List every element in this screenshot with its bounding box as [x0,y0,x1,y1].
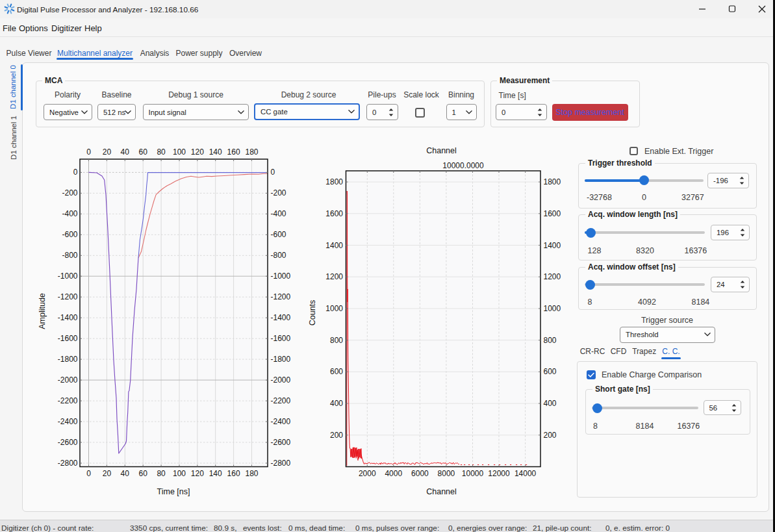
svg-text:180: 180 [245,147,258,157]
svg-text:80: 80 [157,469,166,478]
svg-text:800: 800 [544,336,557,345]
svg-text:200: 200 [544,431,557,440]
svg-text:-2200: -2200 [271,396,291,405]
svg-text:2000: 2000 [359,469,376,478]
svg-text:6000: 6000 [411,469,429,478]
svg-text:Channel: Channel [426,146,457,155]
svg-text:-2800: -2800 [271,459,291,468]
svg-text:-200: -200 [271,188,286,197]
svg-text:10000: 10000 [462,469,484,478]
svg-text:Counts: Counts [308,300,317,326]
svg-text:1000: 1000 [325,304,343,313]
svg-text:-2400: -2400 [58,417,78,426]
svg-text:-1200: -1200 [271,292,291,301]
svg-text:14000: 14000 [515,469,537,478]
svg-text:1800: 1800 [325,177,343,186]
svg-text:-400: -400 [62,209,77,218]
svg-text:-800: -800 [271,251,286,260]
svg-text:-600: -600 [271,230,286,239]
svg-text:-2400: -2400 [271,417,291,426]
svg-text:-2000: -2000 [271,375,291,385]
svg-text:60: 60 [139,147,148,157]
svg-text:800: 800 [330,336,343,345]
svg-text:120: 120 [191,147,204,157]
svg-text:8000: 8000 [438,469,455,478]
svg-text:0: 0 [73,168,78,177]
svg-text:-1200: -1200 [58,292,78,301]
svg-text:-1800: -1800 [58,355,78,364]
svg-text:4000: 4000 [385,469,402,478]
svg-text:0: 0 [86,147,91,157]
svg-text:Channel: Channel [426,487,457,496]
svg-text:-2600: -2600 [271,438,291,447]
svg-text:120: 120 [191,469,204,478]
svg-text:1000: 1000 [544,304,561,313]
svg-text:-1600: -1600 [58,334,78,343]
svg-text:-1800: -1800 [271,355,291,364]
svg-text:60: 60 [139,469,148,478]
svg-text:-1400: -1400 [58,313,78,322]
svg-text:600: 600 [544,367,557,376]
svg-text:-1400: -1400 [271,313,291,322]
svg-text:40: 40 [121,469,130,478]
svg-text:-800: -800 [62,251,77,260]
svg-text:160: 160 [227,469,240,478]
svg-text:10000.0000: 10000.0000 [442,161,484,170]
svg-text:0: 0 [271,168,275,177]
svg-text:100: 100 [173,469,186,478]
svg-text:40: 40 [121,147,130,157]
svg-text:20: 20 [103,147,112,157]
svg-text:1800: 1800 [544,177,561,186]
svg-text:-400: -400 [271,209,286,218]
svg-text:-2600: -2600 [58,438,78,447]
svg-text:-2800: -2800 [58,459,78,468]
svg-text:12000: 12000 [488,469,510,478]
svg-text:-600: -600 [62,230,77,239]
svg-text:-2200: -2200 [58,396,78,405]
svg-text:160: 160 [227,147,240,157]
svg-text:1200: 1200 [544,272,561,281]
svg-text:80: 80 [157,147,166,157]
svg-text:Time [ns]: Time [ns] [157,487,190,496]
svg-text:180: 180 [245,469,258,478]
svg-text:-1600: -1600 [271,334,291,343]
svg-text:100: 100 [173,147,186,157]
svg-text:140: 140 [209,147,222,157]
svg-text:-2000: -2000 [58,375,78,385]
svg-text:-1000: -1000 [58,272,78,281]
svg-text:600: 600 [330,367,343,376]
svg-text:1600: 1600 [544,209,561,218]
svg-text:Amplitude: Amplitude [38,293,47,329]
svg-text:-1000: -1000 [271,272,291,281]
svg-text:400: 400 [330,399,343,408]
svg-text:0: 0 [86,469,91,478]
svg-text:400: 400 [544,399,557,408]
svg-text:20: 20 [103,469,112,478]
svg-text:1600: 1600 [325,209,343,218]
svg-text:140: 140 [209,469,222,478]
svg-text:200: 200 [330,431,343,440]
svg-text:1200: 1200 [325,272,343,281]
svg-text:1400: 1400 [325,241,343,250]
svg-text:-200: -200 [62,188,77,197]
svg-text:1400: 1400 [544,241,561,250]
